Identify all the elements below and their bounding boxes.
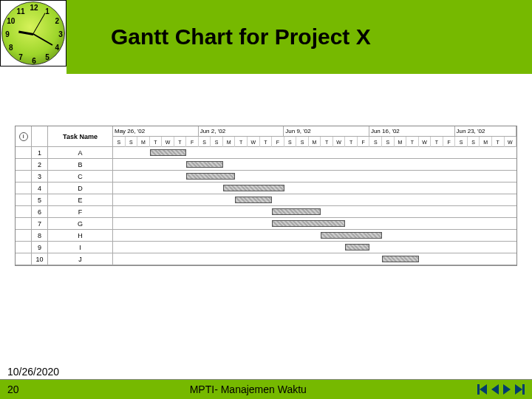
- clock-image: 121234567891011: [0, 0, 66, 66]
- task-id-cell: 4: [32, 183, 48, 194]
- info-icon: i: [19, 132, 28, 141]
- slide-number: 20: [7, 383, 19, 395]
- week-header-cell: Jun 9, '02: [284, 126, 369, 137]
- task-row: 10J: [16, 253, 516, 265]
- task-id-cell: 6: [32, 206, 48, 217]
- id-col-header: [32, 126, 48, 146]
- task-name-cell: F: [48, 206, 113, 217]
- info-cell: [16, 230, 32, 241]
- task-name-cell: C: [48, 171, 113, 182]
- task-timeline-cell: [113, 206, 516, 217]
- info-cell: [16, 194, 32, 205]
- day-header-cell: T: [321, 137, 333, 147]
- task-name-cell: J: [48, 253, 113, 265]
- task-name-cell: A: [48, 147, 113, 158]
- task-id-cell: 5: [32, 194, 48, 205]
- week-header-cell: Jun 23, '02: [455, 126, 516, 137]
- clock-number: 6: [32, 57, 36, 65]
- task-id-cell: 1: [32, 147, 48, 158]
- day-header-cell: T: [431, 137, 443, 147]
- task-timeline-cell: [113, 183, 516, 194]
- info-cell: [16, 253, 32, 265]
- gantt-bar: [382, 256, 419, 262]
- day-header-cell: S: [382, 137, 395, 147]
- gantt-bar: [223, 185, 284, 191]
- task-row: 2B: [16, 159, 516, 171]
- info-cell: [16, 218, 32, 229]
- task-timeline-cell: [113, 171, 516, 182]
- day-header-cell: S: [296, 137, 309, 147]
- week-header-cell: Jun 16, '02: [369, 126, 455, 137]
- day-header-cell: S: [284, 137, 297, 147]
- task-timeline-cell: [113, 194, 516, 205]
- day-header-cell: W: [248, 137, 260, 147]
- task-name-cell: D: [48, 183, 113, 194]
- day-header-cell: T: [260, 137, 273, 147]
- day-header-cell: T: [174, 137, 187, 147]
- gantt-chart: i Task Name May 26, '02Jun 2, '02Jun 9, …: [15, 126, 517, 266]
- day-header-cell: T: [406, 137, 419, 147]
- day-header-cell: S: [369, 137, 382, 147]
- day-header-cell: T: [492, 137, 505, 147]
- footer-date: 10/26/2020: [0, 364, 532, 380]
- info-col-header: i: [16, 126, 32, 146]
- nav-controls: [477, 384, 525, 395]
- nav-next-button[interactable]: [503, 384, 511, 395]
- info-cell: [16, 242, 32, 253]
- task-id-cell: 2: [32, 159, 48, 170]
- day-header-cell: W: [162, 137, 174, 147]
- task-row: 4D: [16, 183, 516, 194]
- day-header-cell: M: [223, 137, 236, 147]
- timeline-header: May 26, '02Jun 2, '02Jun 9, '02Jun 16, '…: [113, 126, 516, 147]
- task-timeline-cell: [113, 159, 516, 170]
- task-id-cell: 9: [32, 242, 48, 253]
- clock-number: 12: [30, 4, 38, 12]
- gantt-bar: [186, 173, 235, 180]
- day-header-cell: T: [150, 137, 163, 147]
- gantt-bar: [186, 161, 223, 168]
- task-row: 6F: [16, 206, 516, 218]
- clock-number: 7: [18, 53, 23, 61]
- info-cell: [16, 147, 32, 158]
- day-header-cell: W: [505, 137, 517, 147]
- task-name-cell: G: [48, 218, 113, 229]
- taskname-col-header: Task Name: [48, 126, 113, 146]
- day-header-cell: S: [126, 137, 138, 147]
- day-header-cell: S: [455, 137, 468, 147]
- gantt-header-row: i Task Name May 26, '02Jun 2, '02Jun 9, …: [16, 126, 516, 147]
- page-title: Gantt Chart for Project X: [111, 24, 371, 50]
- day-header-cell: T: [345, 137, 358, 147]
- gantt-bar: [272, 220, 345, 227]
- info-cell: [16, 171, 32, 182]
- task-name-cell: I: [48, 242, 113, 253]
- gantt-bar: [235, 197, 272, 203]
- nav-first-button[interactable]: [477, 384, 487, 395]
- task-timeline-cell: [113, 218, 516, 229]
- task-timeline-cell: [113, 253, 516, 265]
- week-header-cell: May 26, '02: [113, 126, 199, 137]
- day-header-cell: M: [137, 137, 150, 147]
- clock-number: 9: [5, 30, 10, 38]
- day-header-cell: S: [468, 137, 480, 147]
- nav-last-button[interactable]: [515, 384, 525, 395]
- task-timeline-cell: [113, 230, 516, 241]
- task-row: 9I: [16, 242, 516, 253]
- task-timeline-cell: [113, 242, 516, 253]
- day-header-cell: S: [199, 137, 211, 147]
- clock-number: 1: [45, 7, 50, 15]
- clock-number: 11: [16, 7, 24, 15]
- course-label: MPTI- Manajemen Waktu: [19, 383, 477, 395]
- gantt-bar: [272, 208, 321, 215]
- day-header-cell: F: [272, 137, 284, 147]
- clock-number: 5: [45, 53, 50, 61]
- task-id-cell: 8: [32, 230, 48, 241]
- nav-prev-button[interactable]: [491, 384, 499, 395]
- info-cell: [16, 183, 32, 194]
- day-header-cell: M: [480, 137, 492, 147]
- task-name-cell: H: [48, 230, 113, 241]
- clock-number: 4: [55, 44, 59, 52]
- clock-number: 10: [7, 17, 15, 25]
- day-header-cell: S: [113, 137, 126, 147]
- day-header-cell: T: [235, 137, 248, 147]
- day-header-cell: W: [333, 137, 346, 147]
